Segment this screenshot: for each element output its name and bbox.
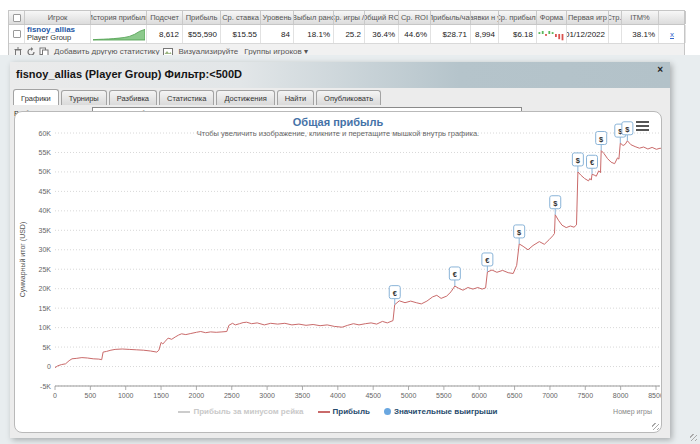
svg-text:7500: 7500: [578, 392, 594, 399]
column-header-str[interactable]: Стр..: [609, 11, 622, 24]
cell-avg_profit: $6.18: [499, 25, 537, 43]
svg-text:3500: 3500: [295, 392, 311, 399]
form-sparkline: [538, 28, 565, 41]
column-header-first_game[interactable]: Первая игр: [567, 11, 609, 24]
svg-text:8500: 8500: [648, 392, 662, 399]
column-header-profit_hr[interactable]: Прибыль/час: [431, 11, 471, 24]
svg-text:1000: 1000: [118, 392, 134, 399]
significant-win-marker[interactable]: $: [572, 153, 583, 172]
svg-text:10K: 10K: [39, 324, 52, 331]
svg-text:20K: 20K: [39, 285, 52, 292]
select-all-checkbox[interactable]: [13, 14, 21, 22]
tab-Статистика[interactable]: Статистика: [159, 90, 214, 105]
column-header-busted_early[interactable]: Выбыл рано: [294, 11, 334, 24]
column-header-entries[interactable]: Заявки н у..: [471, 11, 499, 24]
column-header-player[interactable]: Игрок: [25, 11, 91, 24]
cell-form: [537, 25, 567, 43]
legend-item-disabled[interactable]: Прибыль за минусом рейка: [178, 407, 303, 416]
svg-text:1500: 1500: [153, 392, 169, 399]
column-header-profit[interactable]: Прибыль: [183, 11, 221, 24]
svg-text:3000: 3000: [259, 392, 275, 399]
column-header-total_roi[interactable]: Общий ROI: [365, 11, 399, 24]
table-row: fisnoy_alliasPlayer Group8,612$55,590$15…: [9, 25, 684, 44]
player-cell: fisnoy_alliasPlayer Group: [27, 26, 75, 42]
stats-table-header: ИгрокИстория прибылиПодсчетПрибыльСр. ст…: [9, 11, 684, 25]
tab-Найти[interactable]: Найти: [277, 90, 314, 105]
column-header-level[interactable]: Уровень: [261, 11, 294, 24]
tab-Разбивка[interactable]: Разбивка: [109, 90, 157, 105]
svg-text:5500: 5500: [436, 392, 452, 399]
desktop-background: fisnoy_allias (Player Group) Фильтр:<500…: [0, 55, 700, 444]
cell-avg_games: 25.2: [334, 25, 365, 43]
column-header-avg_roi[interactable]: Ср. ROI: [399, 11, 431, 24]
significant-win-marker[interactable]: $: [514, 225, 525, 244]
player-filter-panel: fisnoy_allias (Player Group) Фильтр:<500…: [10, 62, 670, 438]
significant-win-marker[interactable]: €: [449, 267, 460, 286]
column-header-count[interactable]: Подсчет: [147, 11, 183, 24]
chart-container: -5K05K10K15K20K25K30K35K40K45K50K55K60K0…: [14, 111, 662, 433]
svg-text:7000: 7000: [542, 392, 558, 399]
tab-Опубликовать[interactable]: Опубликовать: [316, 90, 381, 105]
tab-bar: ГрафикиТурнирыРазбивкаСтатистикаДостижен…: [10, 88, 670, 105]
chart-legend: Прибыль за минусом рейкаПрибыльЗначитель…: [15, 407, 661, 416]
cell-total_roi: 36.4%: [365, 25, 399, 43]
column-header-avg_profit[interactable]: Ср. прибыль: [499, 11, 537, 24]
svg-text:50K: 50K: [39, 168, 52, 175]
svg-text:4000: 4000: [330, 392, 346, 399]
cell-entries: 8,994: [471, 25, 499, 43]
chart-subtitle: Чтобы увеличить изображение, кликните и …: [15, 129, 661, 138]
window-resize-grip[interactable]: [690, 434, 697, 441]
svg-text:8000: 8000: [613, 392, 629, 399]
svg-text:6500: 6500: [507, 392, 523, 399]
svg-text:35K: 35K: [39, 227, 52, 234]
panel-title: fisnoy_allias (Player Group) Фильтр:<500…: [16, 68, 242, 80]
significant-win-marker[interactable]: €: [587, 155, 598, 174]
column-header-avg_games[interactable]: Ср. игры /..: [334, 11, 365, 24]
significant-win-marker[interactable]: €: [482, 253, 493, 272]
legend-item-enabled[interactable]: Прибыль: [318, 407, 370, 416]
significant-win-marker[interactable]: $: [550, 196, 561, 215]
player-group-label: Player Group: [27, 34, 75, 42]
legend-line-icon: [318, 411, 330, 413]
cell-itm: 38.1%: [622, 25, 659, 43]
cell-close: x: [659, 25, 686, 43]
tab-Графики[interactable]: Графики: [13, 89, 59, 105]
cell-level: 84: [261, 25, 294, 43]
legend-line-icon: [178, 411, 190, 413]
cell-profit: $55,590: [183, 25, 221, 43]
stats-table: ИгрокИстория прибылиПодсчетПрибыльСр. ст…: [8, 10, 685, 60]
svg-text:500: 500: [85, 392, 97, 399]
chart-menu-icon[interactable]: [636, 121, 649, 133]
column-header-history[interactable]: История прибыли: [91, 11, 147, 24]
y-axis-title: Суммарный итог (USD): [19, 196, 26, 324]
remove-row-link[interactable]: x: [670, 30, 674, 39]
cell-avg_stake: $15.55: [221, 25, 261, 43]
legend-label: Прибыль за минусом рейка: [193, 407, 303, 416]
close-icon[interactable]: ×: [657, 64, 663, 75]
cell-history: [91, 25, 147, 43]
cell-checkbox: [9, 25, 25, 43]
svg-text:30K: 30K: [39, 246, 52, 253]
cell-profit_hr: $28.71: [431, 25, 471, 43]
svg-text:15K: 15K: [39, 305, 52, 312]
column-header-itm[interactable]: ITM%: [622, 11, 659, 24]
profit-chart[interactable]: -5K05K10K15K20K25K30K35K40K45K50K55K60K0…: [15, 112, 662, 433]
row-checkbox[interactable]: [13, 30, 21, 38]
cell-player: fisnoy_alliasPlayer Group: [25, 25, 91, 43]
column-header-form[interactable]: Форма: [537, 11, 567, 24]
column-header-close[interactable]: [659, 11, 686, 24]
chart-resize-grip[interactable]: [652, 423, 659, 430]
chart-title: Общая прибыль: [15, 116, 661, 128]
cell-first_game: 01/12/2022: [567, 25, 609, 43]
panel-header: fisnoy_allias (Player Group) Фильтр:<500…: [10, 62, 670, 88]
legend-item-enabled[interactable]: Значительные выигрыши: [384, 407, 498, 416]
svg-text:55K: 55K: [39, 149, 52, 156]
svg-text:40K: 40K: [39, 207, 52, 214]
tab-Турниры[interactable]: Турниры: [61, 90, 107, 105]
tab-Достижения[interactable]: Достижения: [216, 90, 274, 105]
column-header-avg_stake[interactable]: Ср. ставка: [221, 11, 261, 24]
svg-text:5000: 5000: [401, 392, 417, 399]
svg-text:2500: 2500: [224, 392, 240, 399]
svg-text:4500: 4500: [365, 392, 381, 399]
svg-text:-5K: -5K: [40, 383, 51, 390]
